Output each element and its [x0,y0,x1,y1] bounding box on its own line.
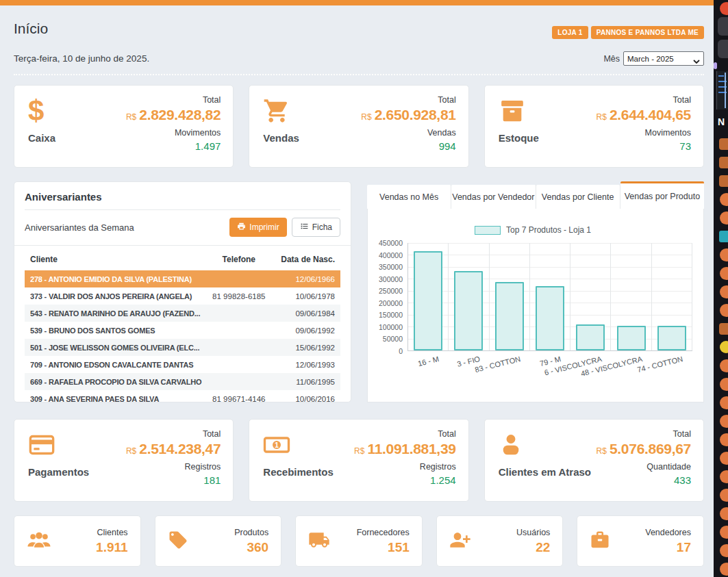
birthdays-panel: Aniversariantes Aniversariantes da Seman… [14,181,351,402]
total-label: Total [597,429,691,439]
chart-bar [495,282,524,350]
browser-tab-icon[interactable] [714,505,728,524]
mini-card-usuarios[interactable]: Usuários 22 [436,515,564,567]
kpi-label: Caixa [28,132,55,144]
birthday-table-body: 278 - ANTONIO EMIDIO DA SILVA (PALESTINA… [25,270,340,407]
count-label: Movimentos [597,128,691,138]
browser-tab-icon[interactable]: N [714,111,728,136]
table-row[interactable]: 373 - VALDIR DOS ANJOS PEREIRA (ANGELA)8… [25,287,340,305]
x-tick-label: 83 - COTTON [474,355,521,374]
currency-label: R$ [597,112,607,122]
header-badges: LOJA 1 PANNOS E PANNOS LTDA ME [552,26,704,39]
browser-tab-icon[interactable] [714,15,728,38]
browser-tab-icon[interactable] [714,38,728,62]
table-row[interactable]: 709 - ANTONIO EDSON CAVALCANTE DANTAS12/… [25,356,340,373]
month-label: Mês [603,54,620,64]
browser-tab-icon[interactable] [714,413,728,431]
mini-card-fornecedores[interactable]: Fornecedores 151 [295,515,423,567]
mini-value: 360 [234,540,268,555]
chart-bar [454,271,483,350]
chart-bar [576,324,605,350]
browser-tab-icon[interactable] [714,228,728,246]
browser-tab-icon[interactable] [714,487,728,505]
mini-value: 1.911 [96,540,128,555]
browser-tab-icon[interactable] [714,339,728,357]
mini-value: 17 [645,540,691,555]
print-button[interactable]: Imprimir [229,218,286,237]
browser-tab-icon[interactable] [714,0,728,15]
browser-tab-icon[interactable] [714,561,728,577]
browser-tab-icon[interactable] [714,468,728,487]
browser-tab-icon[interactable] [714,283,728,302]
currency-label: R$ [354,446,364,456]
person-icon [499,429,591,461]
browser-tab-icon[interactable] [714,209,728,228]
browser-tab-icon[interactable] [714,431,728,450]
kpi-label: Vendas [263,132,299,144]
total-label: Total [126,95,221,105]
browser-tab-icon[interactable] [714,154,728,172]
y-tick-label: 450000 [379,239,403,247]
total-value: 2.644.404,65 [610,107,691,123]
tab-2[interactable]: Vendas por Cliente [536,185,620,209]
browser-tab-icon[interactable] [714,265,728,283]
count-label: Movimentos [126,128,221,138]
tab-1[interactable]: Vendas por Vendedor [451,185,536,209]
company-badge[interactable]: PANNOS E PANNOS LTDA ME [591,26,704,39]
ficha-button[interactable]: Ficha [292,218,340,237]
x-tick-label: 16 - M [417,355,440,368]
total-value: 5.076.869,67 [610,441,691,457]
browser-tab-icon[interactable] [714,136,728,154]
month-select[interactable]: March - 2025 [623,51,704,66]
birthdays-subtitle: Aniversariantes da Semana [25,222,134,233]
tab-3[interactable]: Vendas por Produto [620,181,704,209]
currency-label: R$ [126,112,136,122]
y-tick-label: 400000 [379,251,403,259]
browser-tab-icon[interactable] [714,450,728,468]
chart-bar [657,326,686,350]
count-label: Registros [354,462,456,472]
browser-tab-icon[interactable] [714,394,728,413]
sales-tabs: Vendas no MêsVendas por VendedorVendas p… [367,181,704,209]
browser-tab-icon[interactable] [714,302,728,320]
kpi-card-pagamentos: Pagamentos Total R$2.514.238,47 Registro… [14,419,234,502]
chart-bar [617,326,646,350]
svg-text:1: 1 [275,441,279,449]
store-badge[interactable]: LOJA 1 [552,26,588,39]
count-value: 181 [126,474,221,486]
count-value: 73 [597,140,691,152]
mini-label: Fornecedores [357,528,410,537]
browser-tab-icon[interactable] [714,62,728,70]
currency-label: R$ [361,112,371,122]
mini-card-clientes[interactable]: Clientes 1.911 [14,515,141,567]
table-row[interactable]: 309 - ANA SEVERINA PAES DA SILVA81 99671… [25,390,340,407]
y-tick-label: 0 [399,347,403,355]
count-label: Registros [126,462,221,472]
count-value: 1.254 [354,474,456,486]
mini-label: Usuários [516,528,550,537]
browser-tab-icon[interactable] [714,70,728,111]
count-label: Vendas [361,128,455,138]
tab-0[interactable]: Vendas no Mês [367,185,451,209]
mini-card-produtos[interactable]: Produtos 360 [155,515,282,567]
browser-tab-icon[interactable] [714,376,728,394]
table-row[interactable]: 501 - JOSE WELISSON GOMES OLIVEIRA (ELC.… [25,339,340,356]
table-row[interactable]: 669 - RAFAELA PROCOPIO DA SILVA CARVALHO… [25,373,340,390]
user-plus-icon [449,529,471,554]
browser-tab-icon[interactable] [714,542,728,561]
browser-tab-icon[interactable] [714,246,728,265]
x-tick-label: 74 - COTTON [636,355,683,374]
table-row[interactable]: 539 - BRUNO DOS SANTOS GOMES09/06/1992 [25,322,340,339]
money-bill-icon: 1 [263,429,334,461]
mini-card-vendedores[interactable]: Vendedores 17 [577,515,704,567]
browser-tab-icon[interactable] [714,191,728,209]
table-row[interactable]: 543 - RENATO MARINHO DE ARAUJO (FAZEND..… [25,305,340,322]
currency-label: R$ [597,446,607,456]
browser-tab-icon[interactable] [714,357,728,376]
chart-bar [536,286,564,350]
browser-tab-icon[interactable] [714,172,728,191]
box-icon [499,95,539,127]
browser-tab-icon[interactable] [714,320,728,339]
browser-tab-icon[interactable] [714,524,728,542]
table-row[interactable]: 278 - ANTONIO EMIDIO DA SILVA (PALESTINA… [25,270,340,287]
